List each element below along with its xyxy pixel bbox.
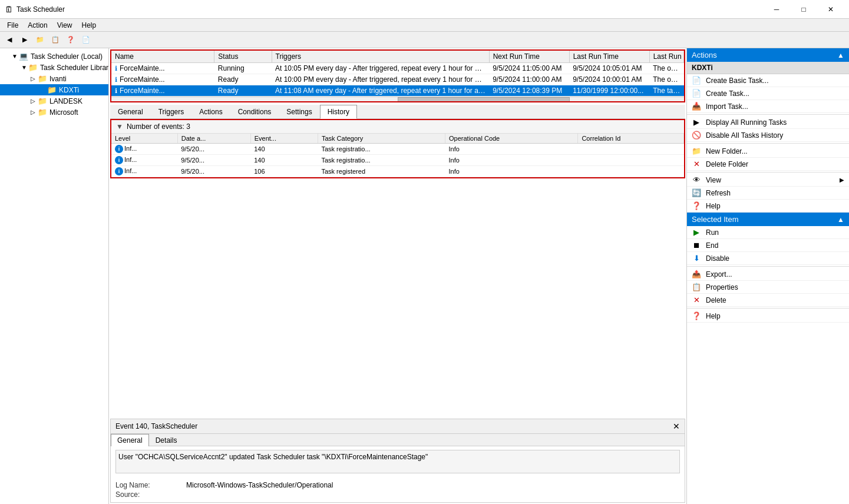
table-row[interactable]: ℹForceMainte... Ready At 10:00 PM every …	[111, 74, 684, 85]
col-name[interactable]: Name	[111, 51, 214, 63]
maximize-button[interactable]: □	[790, 0, 817, 19]
create-basic-task-action[interactable]: 📄 Create Basic Task...	[687, 74, 849, 87]
task-list-wrapper[interactable]: Name Status Triggers Next Run Time Last …	[111, 51, 684, 97]
help-toolbar-button[interactable]: ❓	[64, 34, 78, 47]
col-last-result[interactable]: Last Run R...	[649, 51, 683, 63]
history-col-corrid[interactable]: Correlation Id	[578, 134, 684, 144]
event-tab-details[interactable]: Details	[149, 434, 184, 446]
show-hide-button[interactable]: 📋	[48, 34, 62, 47]
history-row[interactable]: iInf... 9/5/20... 140 Task registratio..…	[111, 155, 684, 166]
toolbar: ◀ ▶ 📁 📋 ❓ 📄	[0, 32, 849, 48]
sidebar-label-local: Task Scheduler (Local)	[31, 52, 103, 61]
logname-value: Microsoft-Windows-TaskScheduler/Operatio…	[186, 481, 333, 489]
tab-conditions[interactable]: Conditions	[230, 105, 279, 119]
refresh-action[interactable]: 🔄 Refresh	[687, 187, 849, 200]
disable-tasks-history-label: Disable AIl Tasks History	[706, 131, 783, 140]
col-last-run[interactable]: Last Run Time	[569, 51, 649, 63]
horizontal-scrollbar[interactable]	[111, 97, 684, 101]
source-label: Source:	[115, 490, 186, 499]
delete-action[interactable]: ✕ Delete	[687, 294, 849, 307]
view-action[interactable]: 👁 View ▶	[687, 174, 849, 187]
help-selected-action[interactable]: ❓ Help	[687, 310, 849, 323]
disable-tasks-history-action[interactable]: 🚫 Disable AIl Tasks History	[687, 129, 849, 142]
menu-file[interactable]: File	[2, 20, 23, 31]
event-tab-general[interactable]: General	[111, 434, 149, 446]
close-button[interactable]: ✕	[817, 0, 844, 19]
actions-collapse-button[interactable]: ▲	[837, 51, 844, 59]
divider-1	[687, 114, 849, 115]
tab-general[interactable]: General	[110, 105, 151, 119]
minimize-button[interactable]: ─	[763, 0, 790, 19]
col-next-run[interactable]: Next Run Time	[489, 51, 569, 63]
event-message-text[interactable]: User "OCHCA\SQLServiceAccnt2" updated Ta…	[115, 450, 680, 473]
create-basic-task-label: Create Basic Task...	[706, 77, 769, 85]
divider-5	[687, 308, 849, 309]
back-button[interactable]: ◀	[2, 34, 16, 47]
history-col-opcode[interactable]: Operational Code	[445, 134, 578, 144]
history-panel: ▼ Number of events: 3 Level Date a... Ev…	[110, 119, 685, 178]
menu-action[interactable]: Action	[23, 20, 52, 31]
menu-help[interactable]: Help	[77, 20, 101, 31]
properties-label: Properties	[706, 283, 738, 291]
actions-header-label: Actions	[692, 51, 717, 59]
event-tab-strip: General Details	[111, 434, 685, 446]
menu-view[interactable]: View	[52, 20, 77, 31]
forward-button[interactable]: ▶	[18, 34, 32, 47]
selected-item-collapse-button[interactable]: ▲	[837, 215, 844, 224]
sidebar-item-library[interactable]: ▼ 📁 Task Scheduler Library	[0, 62, 108, 73]
import-task-label: Import Task...	[706, 102, 748, 111]
tab-actions[interactable]: Actions	[191, 105, 230, 119]
view-label: View	[706, 176, 721, 184]
app-icon: 🗓	[5, 5, 13, 14]
info-icon: i	[115, 145, 123, 153]
task-list-section: Name Status Triggers Next Run Time Last …	[110, 49, 685, 102]
help-kdxti-action[interactable]: ❓ Help	[687, 200, 849, 213]
history-col-level[interactable]: Level	[111, 134, 177, 144]
end-action[interactable]: ⏹ End	[687, 239, 849, 252]
info-icon: i	[115, 156, 123, 164]
import-task-action[interactable]: 📥 Import Task...	[687, 100, 849, 113]
title-bar-text: Task Scheduler	[16, 5, 763, 14]
tab-history[interactable]: History	[320, 105, 357, 119]
row-info-icon: ℹ	[115, 76, 117, 83]
event-title: Event 140, TaskScheduler	[115, 422, 197, 430]
export-action[interactable]: 📤 Export...	[687, 268, 849, 281]
table-row[interactable]: ℹForceMainte... Ready At 11:08 AM every …	[111, 85, 684, 97]
event-body: User "OCHCA\SQLServiceAccnt2" updated Ta…	[111, 446, 685, 479]
history-row[interactable]: iInf... 9/5/20... 106 Task registered In…	[111, 166, 684, 177]
disable-action[interactable]: ⬇ Disable	[687, 252, 849, 265]
properties-toolbar-button[interactable]: 📄	[79, 34, 93, 47]
create-task-icon: 📄	[692, 89, 701, 98]
sidebar-item-kdxti[interactable]: 📁 KDXTi	[0, 84, 108, 95]
table-row[interactable]: ℹForceMainte... Running At 10:05 PM ever…	[111, 63, 684, 74]
run-action[interactable]: ▶ Run	[687, 226, 849, 239]
tab-triggers[interactable]: Triggers	[151, 105, 192, 119]
refresh-label: Refresh	[706, 189, 731, 197]
history-row[interactable]: iInf... 9/5/20... 140 Task registratio..…	[111, 144, 684, 155]
sidebar-label-ivanti: Ivanti	[49, 75, 67, 83]
properties-action[interactable]: 📋 Properties	[687, 281, 849, 294]
event-close-button[interactable]: ✕	[673, 422, 680, 431]
end-icon: ⏹	[692, 241, 701, 250]
history-table: Level Date a... Event... Task Category O…	[111, 134, 684, 177]
history-col-category[interactable]: Task Category	[318, 134, 445, 144]
create-task-action[interactable]: 📄 Create Task...	[687, 87, 849, 100]
sidebar-item-microsoft[interactable]: ▷ 📁 Microsoft	[0, 107, 108, 118]
new-folder-icon: 📁	[692, 147, 701, 155]
create-basic-task-icon: 📄	[692, 76, 701, 85]
history-col-date[interactable]: Date a...	[177, 134, 250, 144]
tab-settings[interactable]: Settings	[279, 105, 319, 119]
col-triggers[interactable]: Triggers	[272, 51, 489, 63]
folder-up-button[interactable]: 📁	[33, 34, 47, 47]
history-col-event[interactable]: Event...	[250, 134, 318, 144]
microsoft-folder-icon: 📁	[38, 108, 47, 117]
delete-folder-action[interactable]: ✕ Delete Folder	[687, 158, 849, 171]
display-running-tasks-action[interactable]: ▶ Display All Running Tasks	[687, 116, 849, 129]
run-icon: ▶	[692, 228, 701, 237]
sidebar-item-landesk[interactable]: ▷ 📁 LANDESK	[0, 95, 108, 107]
detail-section: General Triggers Actions Conditions Sett…	[110, 105, 685, 416]
sidebar-item-ivanti[interactable]: ▷ 📁 Ivanti	[0, 73, 108, 84]
new-folder-action[interactable]: 📁 New Folder...	[687, 145, 849, 158]
col-status[interactable]: Status	[214, 51, 272, 63]
sidebar-item-task-scheduler-local[interactable]: ▼ 💻 Task Scheduler (Local)	[0, 51, 108, 62]
